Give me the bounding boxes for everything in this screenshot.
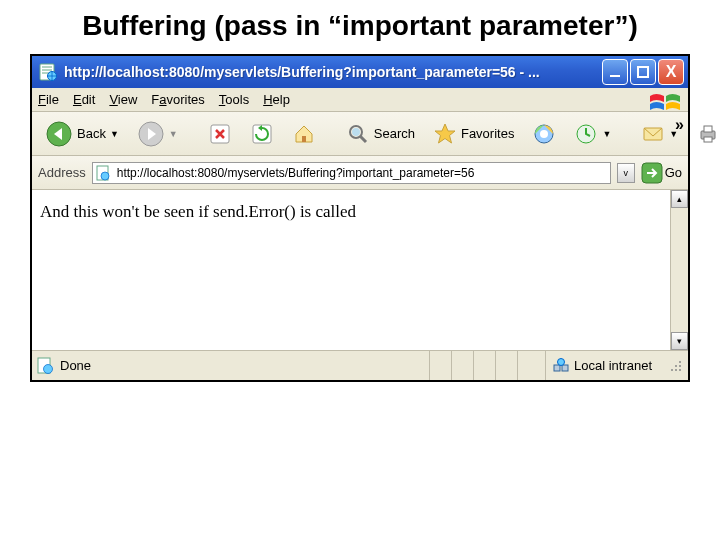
svg-point-26: [679, 361, 681, 363]
status-pane: [429, 351, 451, 380]
menubar: File Edit View Favorites Tools Help: [32, 88, 688, 112]
go-arrow-icon: [641, 162, 663, 184]
history-dropdown-icon[interactable]: ▼: [602, 129, 611, 139]
search-label: Search: [374, 126, 415, 141]
stop-button[interactable]: [201, 119, 239, 149]
svg-point-30: [675, 369, 677, 371]
home-icon: [292, 122, 316, 146]
status-pane: [473, 351, 495, 380]
content-area: And this won't be seen if send.Error() i…: [32, 190, 688, 350]
status-pane: [495, 351, 517, 380]
page-icon: [95, 165, 111, 181]
menu-tools[interactable]: Tools: [219, 92, 249, 107]
back-arrow-icon: [45, 120, 73, 148]
svg-point-31: [679, 369, 681, 371]
forward-button[interactable]: ▼: [130, 117, 185, 151]
star-icon: [433, 122, 457, 146]
vertical-scrollbar[interactable]: ▴ ▾: [670, 190, 688, 350]
status-bar: Done Local intranet: [32, 350, 688, 380]
menu-favorites[interactable]: Favorites: [151, 92, 204, 107]
refresh-button[interactable]: [243, 119, 281, 149]
status-pane: [517, 351, 539, 380]
svg-rect-2: [610, 75, 620, 77]
address-dropdown-button[interactable]: v: [617, 163, 635, 183]
home-button[interactable]: [285, 119, 323, 149]
toolbar-overflow-icon[interactable]: »: [675, 116, 684, 134]
go-label: Go: [665, 165, 682, 180]
done-page-icon: [36, 357, 54, 375]
history-icon: [574, 122, 598, 146]
forward-arrow-icon: [137, 120, 165, 148]
svg-point-25: [557, 358, 564, 365]
window-titlebar[interactable]: http://localhost:8080/myservlets/Bufferi…: [32, 56, 688, 88]
go-button[interactable]: Go: [641, 162, 682, 184]
favorites-button[interactable]: Favorites: [426, 119, 521, 149]
back-label: Back: [77, 126, 106, 141]
slide-container: Buffering (pass in “important parameter”…: [0, 0, 720, 540]
svg-rect-8: [302, 136, 306, 142]
favorites-label: Favorites: [461, 126, 514, 141]
resize-grip-icon[interactable]: [668, 358, 684, 374]
svg-point-27: [675, 365, 677, 367]
refresh-icon: [250, 122, 274, 146]
intranet-zone-icon: [552, 357, 570, 375]
svg-point-29: [671, 369, 673, 371]
menu-edit[interactable]: Edit: [73, 92, 95, 107]
svg-point-10: [352, 128, 360, 136]
toolbar: Back ▼ ▼: [32, 112, 688, 156]
search-button[interactable]: Search: [339, 119, 422, 149]
back-button[interactable]: Back ▼: [38, 117, 126, 151]
address-input-wrap[interactable]: [92, 162, 611, 184]
security-zone[interactable]: Local intranet: [545, 351, 658, 380]
forward-dropdown-icon[interactable]: ▼: [169, 129, 178, 139]
menu-file[interactable]: File: [38, 92, 59, 107]
scroll-down-button[interactable]: ▾: [671, 332, 688, 350]
body-text: And this won't be seen if send.Error() i…: [40, 202, 662, 222]
window-title: http://localhost:8080/myservlets/Bufferi…: [64, 64, 602, 80]
mail-icon: [641, 122, 665, 146]
svg-rect-17: [704, 137, 712, 142]
address-input[interactable]: [115, 164, 608, 182]
ie-page-icon: [38, 62, 58, 82]
svg-rect-23: [554, 365, 560, 371]
back-dropdown-icon[interactable]: ▼: [110, 129, 119, 139]
close-button[interactable]: X: [658, 59, 684, 85]
media-icon: [532, 122, 556, 146]
stop-icon: [208, 122, 232, 146]
slide-title: Buffering (pass in “important parameter”…: [25, 10, 695, 42]
address-bar: Address v Go: [32, 156, 688, 190]
svg-point-12: [540, 130, 548, 138]
zone-label: Local intranet: [574, 358, 652, 373]
svg-rect-3: [638, 67, 648, 77]
media-button[interactable]: [525, 119, 563, 149]
scroll-up-button[interactable]: ▴: [671, 190, 688, 208]
print-button[interactable]: [689, 119, 720, 149]
status-panes: [429, 351, 539, 380]
svg-rect-24: [562, 365, 568, 371]
menu-view[interactable]: View: [109, 92, 137, 107]
status-text: Done: [60, 358, 91, 373]
svg-rect-16: [704, 126, 712, 132]
svg-point-19: [101, 172, 109, 180]
maximize-button[interactable]: [630, 59, 656, 85]
menu-help[interactable]: Help: [263, 92, 290, 107]
status-pane: [451, 351, 473, 380]
svg-point-28: [679, 365, 681, 367]
page-body: And this won't be seen if send.Error() i…: [32, 190, 670, 350]
print-icon: [696, 122, 720, 146]
search-icon: [346, 122, 370, 146]
address-label: Address: [38, 165, 86, 180]
history-button[interactable]: ▼: [567, 119, 618, 149]
titlebar-buttons: X: [602, 59, 684, 85]
browser-window: http://localhost:8080/myservlets/Bufferi…: [30, 54, 690, 382]
minimize-button[interactable]: [602, 59, 628, 85]
svg-point-22: [44, 364, 53, 373]
